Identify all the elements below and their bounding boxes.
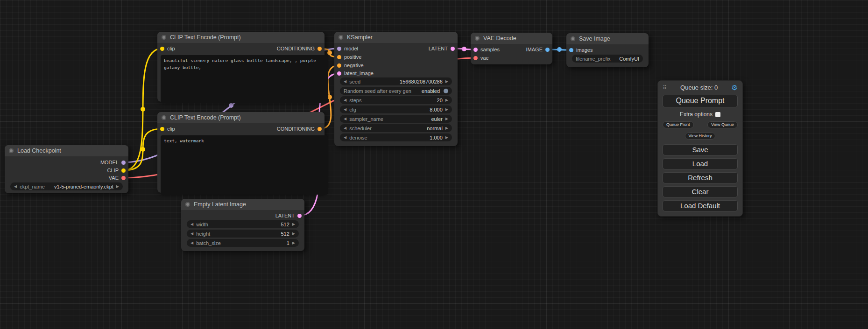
save-image-node[interactable]: Save Image images filename_prefix ComfyU… [566,33,649,67]
input-slot-images[interactable]: images [569,47,593,53]
latent-slot-dot[interactable] [473,48,478,52]
input-slot-latent-image[interactable]: latent_image [337,70,374,77]
prev-arrow-icon[interactable]: ◀ [14,185,17,189]
decrement-arrow-icon[interactable]: ◀ [191,241,193,245]
conditioning-slot-dot[interactable] [337,63,341,68]
random-seed-toggle-widget[interactable]: Random seed after every gen enabled [340,87,452,95]
increment-arrow-icon[interactable]: ▶ [292,241,295,245]
view-queue-button[interactable]: View Queue [707,121,738,128]
output-slot-latent[interactable]: LATENT [275,212,302,219]
increment-arrow-icon[interactable]: ▶ [445,136,448,140]
toggle-dot[interactable] [444,89,448,93]
next-arrow-icon[interactable]: ▶ [116,185,119,189]
negative-prompt-textarea[interactable]: text, watermark [161,135,328,195]
node-title-bar[interactable]: Empty Latent Image [181,199,304,210]
steps-widget[interactable]: ◀ steps 20 ▶ [340,96,452,104]
collapse-dot[interactable] [162,115,166,120]
decrement-arrow-icon[interactable]: ◀ [344,108,346,112]
input-slot-vae[interactable]: vae [473,55,489,61]
node-title-bar[interactable]: VAE Decode [471,33,552,44]
next-arrow-icon[interactable]: ▶ [445,126,448,130]
save-button[interactable]: Save [663,144,738,155]
decrement-arrow-icon[interactable]: ◀ [191,223,193,226]
clip-slot-dot[interactable] [160,127,164,131]
input-slot-clip[interactable]: clip [160,126,175,132]
view-history-button[interactable]: View History [685,133,716,140]
refresh-button[interactable]: Refresh [663,172,738,183]
prev-arrow-icon[interactable]: ◀ [344,117,346,121]
seed-widget[interactable]: ◀ seed 156680208700286 ▶ [340,77,452,85]
settings-gear-icon[interactable]: ⚙ [732,84,738,91]
node-title-bar[interactable]: CLIP Text Encode (Prompt) [157,112,325,123]
node-title-bar[interactable]: KSampler [334,32,458,43]
decrement-arrow-icon[interactable]: ◀ [344,98,346,102]
output-slot-clip[interactable]: CLIP [107,167,126,174]
output-slot-vae[interactable]: VAE [109,175,126,181]
output-slot-image[interactable]: IMAGE [526,46,550,53]
clear-button[interactable]: Clear [663,186,738,197]
ckpt-name-widget[interactable]: ◀ ckpt_name v1-5-pruned-emaonly.ckpt ▶ [10,182,123,190]
increment-arrow-icon[interactable]: ▶ [445,80,448,84]
vae-slot-dot[interactable] [473,56,478,60]
model-slot-dot[interactable] [121,161,126,165]
collapse-dot[interactable] [339,35,343,40]
decrement-arrow-icon[interactable]: ◀ [344,80,346,84]
height-widget[interactable]: ◀ height 512 ▶ [187,230,299,238]
scheduler-widget[interactable]: ◀ scheduler normal ▶ [340,124,452,132]
output-slot-latent[interactable]: LATENT [429,45,455,52]
cfg-widget[interactable]: ◀ cfg 8.000 ▶ [340,105,452,113]
load-default-button[interactable]: Load Default [663,200,738,211]
drag-handle-icon[interactable]: ⠿ [663,84,667,91]
denoise-widget[interactable]: ◀ denoise 1.000 ▶ [340,133,452,141]
increment-arrow-icon[interactable]: ▶ [445,98,448,102]
latent-slot-dot[interactable] [297,214,302,218]
increment-arrow-icon[interactable]: ▶ [292,232,295,236]
increment-arrow-icon[interactable]: ▶ [292,223,295,226]
batch-size-widget[interactable]: ◀ batch_size 1 ▶ [187,239,299,247]
collapse-dot[interactable] [475,36,480,41]
clip-slot-dot[interactable] [160,47,164,51]
input-slot-negative[interactable]: negative [337,62,364,69]
clip-slot-dot[interactable] [121,168,126,173]
node-title-bar[interactable]: CLIP Text Encode (Prompt) [157,32,325,43]
input-slot-model[interactable]: model [337,45,358,52]
clip-text-encode-negative-node[interactable]: CLIP Text Encode (Prompt) clip CONDITION… [157,112,325,193]
prev-arrow-icon[interactable]: ◀ [344,126,346,130]
sampler-name-widget[interactable]: ◀ sampler_name euler ▶ [340,115,452,123]
positive-prompt-textarea[interactable]: beautiful scenery nature glass bottle la… [161,55,328,103]
load-checkpoint-node[interactable]: Load Checkpoint MODEL CLIP VAE ◀ ckpt_na… [5,145,128,193]
filename-prefix-widget[interactable]: filename_prefix ComfyUI [572,55,643,63]
node-title-bar[interactable]: Save Image [566,33,649,44]
ksampler-node[interactable]: KSampler model positive negative latent_… [334,32,458,146]
conditioning-slot-dot[interactable] [318,127,322,131]
next-arrow-icon[interactable]: ▶ [445,117,448,121]
empty-latent-image-node[interactable]: Empty Latent Image LATENT ◀ width 512 ▶ … [181,199,304,251]
increment-arrow-icon[interactable]: ▶ [445,108,448,112]
load-button[interactable]: Load [663,158,738,169]
input-slot-samples[interactable]: samples [473,46,500,53]
image-slot-dot[interactable] [569,48,573,52]
decrement-arrow-icon[interactable]: ◀ [344,136,346,140]
vae-decode-node[interactable]: VAE Decode samples vae IMAGE [471,33,552,64]
conditioning-slot-dot[interactable] [337,55,341,59]
conditioning-slot-dot[interactable] [318,47,322,51]
collapse-dot[interactable] [162,35,166,40]
node-graph-canvas[interactable]: Load Checkpoint MODEL CLIP VAE ◀ ckpt_na… [0,0,868,329]
input-slot-positive[interactable]: positive [337,54,361,60]
collapse-dot[interactable] [185,202,190,207]
collapse-dot[interactable] [9,148,14,153]
collapse-dot[interactable] [571,36,575,41]
decrement-arrow-icon[interactable]: ◀ [191,232,193,236]
node-title-bar[interactable]: Load Checkpoint [5,145,128,156]
latent-slot-dot[interactable] [451,47,455,51]
image-slot-dot[interactable] [545,48,550,52]
output-slot-conditioning[interactable]: CONDITIONING [277,45,322,52]
input-slot-clip[interactable]: clip [160,45,175,52]
latent-slot-dot[interactable] [337,71,341,76]
width-widget[interactable]: ◀ width 512 ▶ [187,220,299,228]
model-slot-dot[interactable] [337,47,341,51]
extra-options-checkbox[interactable] [715,112,720,117]
output-slot-model[interactable]: MODEL [100,159,126,166]
output-slot-conditioning[interactable]: CONDITIONING [277,126,322,132]
queue-prompt-button[interactable]: Queue Prompt [663,95,738,107]
